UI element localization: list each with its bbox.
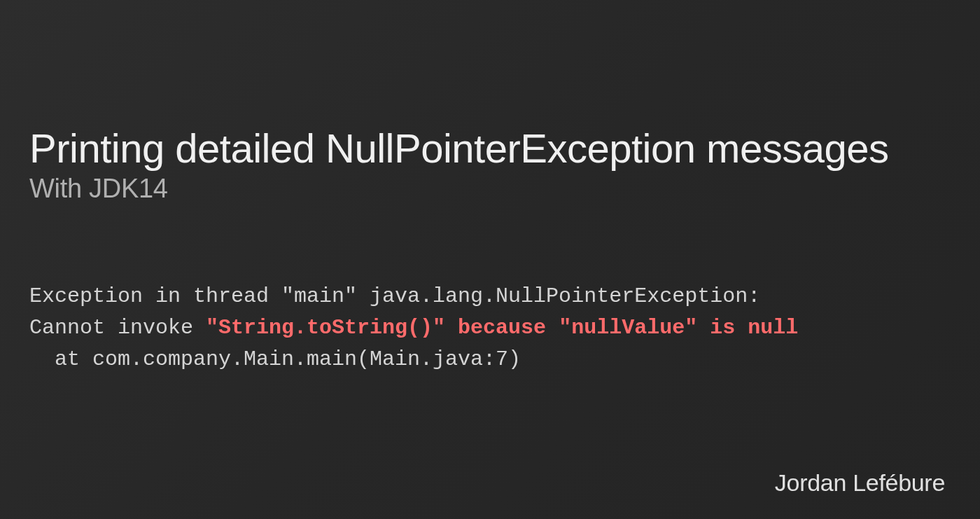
- slide-subtitle: With JDK14: [29, 174, 951, 204]
- slide-title: Printing detailed NullPointerException m…: [29, 126, 951, 171]
- code-line-2-prefix: Cannot invoke: [29, 316, 206, 340]
- slide-content: Printing detailed NullPointerException m…: [0, 0, 980, 375]
- code-example: Exception in thread "main" java.lang.Nul…: [29, 281, 951, 375]
- code-line-3: at com.company.Main.main(Main.java:7): [29, 347, 521, 371]
- code-line-1: Exception in thread "main" java.lang.Nul…: [29, 284, 760, 308]
- author-name: Jordan Lefébure: [775, 469, 945, 497]
- code-highlight: "String.toString()" because "nullValue" …: [206, 316, 798, 340]
